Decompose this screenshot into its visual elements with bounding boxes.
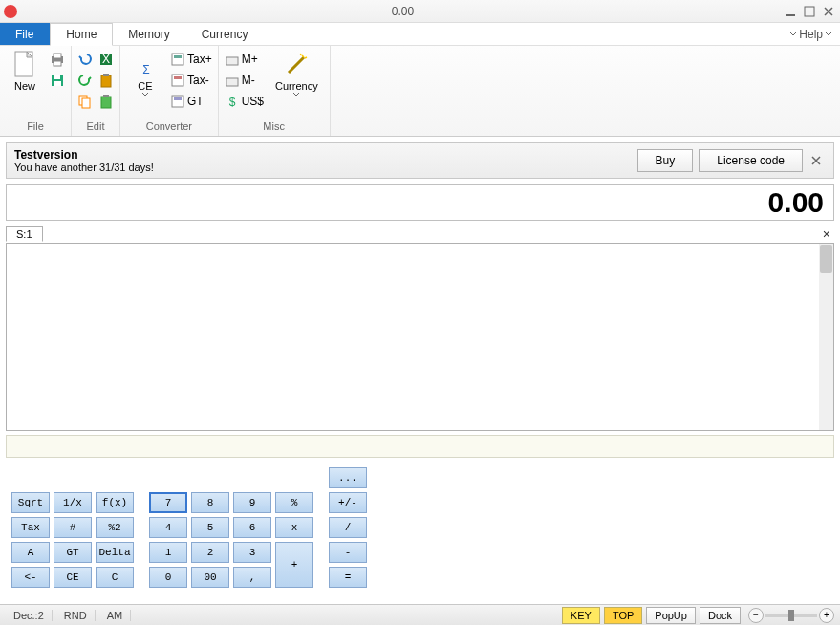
key-ce[interactable]: CE: [54, 567, 92, 588]
status-popup-button[interactable]: PopUp: [646, 607, 696, 624]
key-tax[interactable]: Tax: [11, 517, 50, 538]
new-file-icon: [11, 52, 38, 78]
trial-close-button[interactable]: [810, 155, 826, 166]
key-sqrt[interactable]: Sqrt: [11, 492, 50, 513]
key-[interactable]: <-: [11, 567, 50, 588]
uss-button[interactable]: $US$: [223, 92, 266, 111]
key-gt[interactable]: GT: [54, 542, 92, 563]
buy-button[interactable]: Buy: [637, 149, 694, 172]
ce-button[interactable]: Σ CE: [124, 48, 166, 101]
save-button[interactable]: [48, 71, 67, 90]
svg-text:X: X: [102, 53, 110, 66]
key-c[interactable]: C: [96, 567, 134, 588]
ribbon: New File X Edit Σ: [0, 46, 840, 137]
memory-tab[interactable]: Memory: [113, 23, 185, 45]
key-9[interactable]: 9: [233, 492, 271, 513]
svg-rect-1: [805, 7, 814, 16]
svg-rect-15: [101, 97, 111, 108]
key-2[interactable]: 2: [191, 542, 229, 563]
formula-bar[interactable]: [6, 435, 834, 458]
zoom-in-button[interactable]: +: [819, 608, 834, 623]
key-fx[interactable]: f(x): [96, 492, 134, 513]
help-menu[interactable]: Help: [782, 23, 840, 45]
license-button[interactable]: License code: [699, 149, 803, 172]
clipboard-button[interactable]: [97, 92, 116, 111]
mplus-button[interactable]: M+: [223, 50, 266, 69]
ribbon-group-misc: M+ M- $US$ Currency Misc: [219, 46, 331, 136]
memory-icon: [225, 52, 240, 67]
key-expand[interactable]: ...: [329, 467, 367, 488]
tape-body: [6, 244, 834, 431]
zoom-slider[interactable]: [765, 614, 817, 617]
key-0[interactable]: 0: [149, 567, 187, 588]
key-[interactable]: %: [275, 492, 313, 513]
undo-button[interactable]: [75, 50, 95, 69]
key-4[interactable]: 4: [149, 517, 187, 538]
svg-rect-4: [54, 54, 61, 58]
key-3[interactable]: 3: [233, 542, 271, 563]
key-8[interactable]: 8: [191, 492, 229, 513]
taxplus-button[interactable]: Tax+: [168, 50, 214, 69]
printer-icon: [50, 52, 65, 67]
close-button[interactable]: [821, 4, 836, 19]
clipboard-icon: [98, 94, 114, 109]
home-tab[interactable]: Home: [50, 23, 113, 46]
chevron-down-icon: [789, 31, 797, 38]
ribbon-group-file: New File: [0, 46, 72, 136]
key-5[interactable]: 5: [191, 517, 229, 538]
zoom-out-button[interactable]: −: [748, 608, 764, 623]
scrollbar[interactable]: [819, 244, 833, 430]
key-2[interactable]: %2: [96, 517, 134, 538]
calc-icon: [170, 73, 185, 88]
window-title: 0.00: [23, 5, 783, 18]
status-top-button[interactable]: TOP: [604, 607, 642, 624]
status-key-button[interactable]: KEY: [562, 607, 600, 624]
calculator-display: 0.00: [6, 184, 834, 221]
keypad: Sqrt1/xf(x)Tax#%2AGTDelta<-CEC 789%456x1…: [6, 462, 834, 593]
key-1[interactable]: 1: [149, 542, 187, 563]
mminus-button[interactable]: M-: [223, 71, 266, 90]
titlebar: 0.00: [0, 0, 840, 23]
key-1x[interactable]: 1/x: [54, 492, 92, 513]
tape-tab[interactable]: S:1: [6, 226, 43, 242]
key-a[interactable]: A: [11, 542, 50, 563]
print-button[interactable]: [48, 50, 67, 69]
key-delta[interactable]: Delta: [96, 542, 134, 563]
key-+/-[interactable]: +/-: [329, 492, 367, 513]
key-[interactable]: #: [54, 517, 92, 538]
status-am[interactable]: AM: [99, 610, 132, 621]
currency-tab[interactable]: Currency: [186, 23, 265, 45]
calc-icon: [170, 52, 185, 67]
key-[interactable]: ,: [233, 567, 271, 588]
taxminus-button[interactable]: Tax-: [168, 71, 214, 90]
key-=[interactable]: =: [329, 567, 367, 588]
tape-area: S:1 ×: [6, 225, 834, 431]
copy-icon: [77, 94, 93, 109]
gt-button[interactable]: GT: [168, 92, 214, 111]
currency-button[interactable]: Currency: [268, 48, 326, 101]
key-6[interactable]: 6: [233, 517, 271, 538]
key-7[interactable]: 7: [149, 492, 187, 513]
excel-button[interactable]: X: [97, 50, 116, 69]
maximize-button[interactable]: [802, 4, 817, 19]
key-x[interactable]: x: [275, 517, 313, 538]
key-00[interactable]: 00: [191, 567, 229, 588]
file-tab[interactable]: File: [0, 23, 50, 45]
status-dock-button[interactable]: Dock: [700, 607, 741, 624]
key-plus[interactable]: +: [275, 542, 313, 588]
svg-rect-24: [226, 57, 238, 65]
status-dec[interactable]: Dec.:2: [6, 610, 53, 621]
copy-button[interactable]: [75, 92, 95, 111]
paste-button[interactable]: [97, 71, 116, 90]
new-button[interactable]: New: [4, 48, 46, 96]
tape-close-button[interactable]: ×: [819, 226, 834, 242]
svg-rect-8: [54, 81, 61, 86]
memory-icon: [225, 73, 240, 88]
key-/[interactable]: /: [329, 517, 367, 538]
svg-text:Σ: Σ: [142, 63, 149, 76]
redo-button[interactable]: [75, 71, 95, 90]
key--[interactable]: -: [329, 542, 367, 563]
status-rnd[interactable]: RND: [56, 610, 96, 621]
ribbon-group-edit: X Edit: [72, 46, 120, 136]
minimize-button[interactable]: [783, 4, 798, 19]
